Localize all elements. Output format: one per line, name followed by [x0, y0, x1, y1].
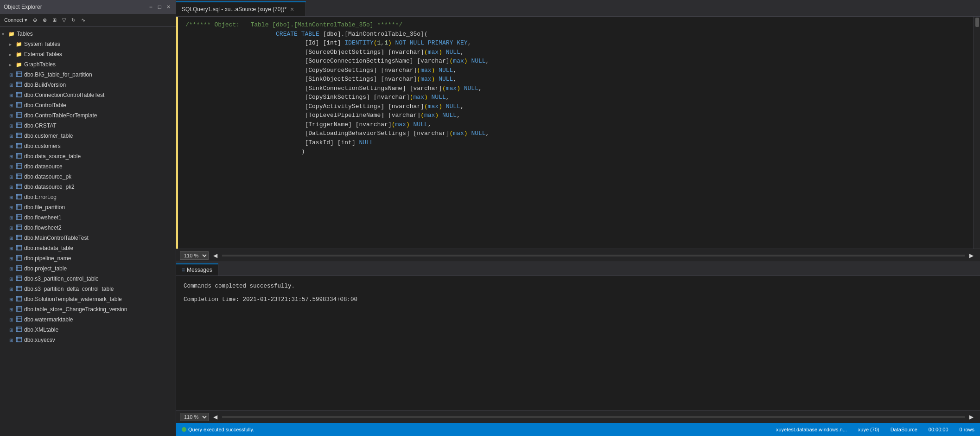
tree-item-23[interactable]: ⊞dbo.project_table	[0, 263, 176, 274]
tree-label-12: dbo.data_source_table	[24, 153, 81, 160]
tree-label-13: dbo.datasource	[24, 163, 63, 170]
tree-item-26[interactable]: ⊞dbo.SolutionTemplate_watermark_table	[0, 294, 176, 304]
oe-connect-btn[interactable]: Connect ▾	[2, 16, 30, 24]
tree-item-3[interactable]: ▸📁GraphTables	[0, 59, 176, 70]
svg-rect-18	[16, 133, 22, 138]
results-hscrollbar[interactable]	[222, 416, 965, 418]
svg-rect-45	[16, 225, 22, 230]
svg-rect-69	[16, 307, 22, 311]
svg-rect-51	[16, 245, 22, 250]
code-line-create: CREATE TABLE [dbo].[MainControlTable_35o…	[185, 30, 966, 39]
tree-label-22: dbo.pipeline_name	[24, 255, 71, 262]
tree-item-30[interactable]: ⊞dbo.xuyecsv	[0, 335, 176, 345]
results-zoom-left-btn[interactable]: ◀	[210, 413, 220, 421]
status-user: xuye (70)	[858, 427, 879, 432]
tree-label-9: dbo.CRSTAT	[24, 122, 57, 129]
svg-rect-75	[16, 327, 22, 332]
scrollbar-thumb[interactable]	[975, 18, 979, 27]
results-content: Commands completed successfully. Complet…	[176, 276, 980, 410]
tab-close-btn[interactable]: ×	[290, 6, 294, 13]
tree-item-22[interactable]: ⊞dbo.pipeline_name	[0, 253, 176, 263]
oe-pin-btn[interactable]: −	[147, 3, 154, 11]
tree-item-21[interactable]: ⊞dbo.metadata_table	[0, 243, 176, 253]
oe-new-btn[interactable]: ⊕	[31, 16, 39, 24]
oe-dock-btn[interactable]: □	[156, 3, 163, 11]
tree-item-27[interactable]: ⊞dbo.table_store_ChangeTracking_version	[0, 304, 176, 314]
tree-item-19[interactable]: ⊞dbo.flowsheet2	[0, 223, 176, 233]
oe-stop-btn[interactable]: ⊞	[50, 16, 59, 24]
object-explorer-title: Object Explorer	[4, 4, 42, 10]
tree-label-29: dbo.XMLtable	[24, 327, 58, 333]
tree-item-28[interactable]: ⊞dbo.watermarktable	[0, 314, 176, 325]
tree-item-29[interactable]: ⊞dbo.XMLtable	[0, 325, 176, 335]
oe-disconnect-btn[interactable]: ⊗	[40, 16, 49, 24]
tree-item-8[interactable]: ⊞dbo.ControlTableForTemplate	[0, 110, 176, 121]
editor-hscrollbar[interactable]	[222, 255, 965, 256]
tree-label-25: dbo.s3_partition_delta_control_table	[24, 286, 114, 292]
editor-zoom-right-btn[interactable]: ▶	[967, 251, 976, 260]
sql-query-tab[interactable]: SQLQuery1.sql - xu...aSource (xuye (70))…	[176, 1, 306, 16]
editor-zoom-bar: 110 % ◀ ▶	[176, 249, 980, 262]
tree-item-14[interactable]: ⊞dbo.datasource_pk	[0, 172, 176, 182]
code-content[interactable]: /****** Object: Table [dbo].[MainControl…	[178, 17, 974, 249]
messages-tab[interactable]: ≡ Messages	[176, 263, 218, 276]
status-right: xuyetest.database.windows.n... xuye (70)…	[776, 427, 974, 432]
tree-item-2[interactable]: ▸📁External Tables	[0, 49, 176, 59]
tree-label-5: dbo.BuildVersion	[24, 82, 66, 88]
status-left: Query executed successfully.	[182, 427, 254, 432]
status-indicator	[182, 427, 186, 432]
tree-label-23: dbo.project_table	[24, 265, 67, 272]
results-zoom-select[interactable]: 110 %	[180, 413, 209, 421]
status-bar: Query executed successfully. xuyetest.da…	[176, 423, 980, 436]
tree-item-18[interactable]: ⊞dbo.flowsheet1	[0, 212, 176, 223]
code-editor[interactable]: /****** Object: Table [dbo].[MainControl…	[176, 17, 980, 249]
editor-zoom-down-btn[interactable]: ◀	[210, 251, 220, 260]
query-status-text: Query executed successfully.	[188, 427, 254, 432]
svg-rect-72	[16, 317, 22, 321]
tree-item-24[interactable]: ⊞dbo.s3_partition_control_table	[0, 274, 176, 284]
code-line-data-loading: [DataLoadingBehaviorSettings] [nvarchar]…	[185, 129, 966, 138]
oe-filter-btn[interactable]: ▽	[60, 16, 68, 24]
results-tabs: ≡ Messages	[176, 262, 980, 276]
tree-label-28: dbo.watermarktable	[24, 316, 73, 323]
tree-label-15: dbo.datasource_pk2	[24, 184, 75, 190]
tree-label-19: dbo.flowsheet2	[24, 224, 62, 231]
tree-item-12[interactable]: ⊞dbo.data_source_table	[0, 151, 176, 161]
results-zoom-right-btn[interactable]: ▶	[967, 413, 976, 421]
tree-item-11[interactable]: ⊞dbo.customers	[0, 141, 176, 151]
tree-label-14: dbo.datasource_pk	[24, 173, 71, 180]
tree-item-0[interactable]: ▾📁Tables	[0, 29, 176, 39]
tree-label-3: GraphTables	[24, 61, 56, 68]
code-line-copy-source: [CopySourceSettings] [nvarchar](max) NUL…	[185, 66, 966, 75]
tree-item-4[interactable]: ⊞dbo.BIG_table_for_partition	[0, 70, 176, 80]
tree-item-10[interactable]: ⊞dbo.customer_table	[0, 131, 176, 141]
oe-summary-btn[interactable]: ∿	[79, 16, 88, 24]
tree-item-25[interactable]: ⊞dbo.s3_partition_delta_control_table	[0, 284, 176, 294]
tree-item-5[interactable]: ⊞dbo.BuildVersion	[0, 80, 176, 90]
oe-refresh-btn[interactable]: ↻	[69, 16, 78, 24]
status-server: xuyetest.database.windows.n...	[776, 427, 847, 432]
tree-item-16[interactable]: ⊞dbo.ErrorLog	[0, 192, 176, 202]
code-line-id: [Id] [int] IDENTITY(1,1) NOT NULL PRIMAR…	[185, 38, 966, 48]
tree-item-13[interactable]: ⊞dbo.datasource	[0, 161, 176, 172]
editor-scrollbar[interactable]	[974, 17, 980, 249]
svg-rect-63	[16, 286, 22, 291]
tree-item-9[interactable]: ⊞dbo.CRSTAT	[0, 121, 176, 131]
tree-label-30: dbo.xuyecsv	[24, 337, 55, 343]
tree-item-6[interactable]: ⊞dbo.ConnectionControlTableTest	[0, 90, 176, 100]
code-line-comment: /****** Object: Table [dbo].[MainControl…	[185, 20, 966, 30]
oe-close-btn[interactable]: ×	[165, 3, 172, 11]
tree-item-20[interactable]: ⊞dbo.MainControlTableTest	[0, 233, 176, 243]
tree-item-15[interactable]: ⊞dbo.datasource_pk2	[0, 182, 176, 192]
editor-zoom-select[interactable]: 110 %	[180, 251, 209, 260]
tree-item-1[interactable]: ▸📁System Tables	[0, 39, 176, 49]
tree-label-21: dbo.metadata_table	[24, 245, 73, 251]
tree-item-17[interactable]: ⊞dbo.file_partition	[0, 202, 176, 212]
svg-rect-36	[16, 194, 22, 199]
tree-label-24: dbo.s3_partition_control_table	[24, 276, 99, 282]
code-line-pipeline: [TopLevelPipelineName] [varchar](max) NU…	[185, 111, 966, 120]
tree-label-10: dbo.customer_table	[24, 133, 73, 139]
tree-item-7[interactable]: ⊞dbo.ControlTable	[0, 100, 176, 110]
tree-label-2: External Tables	[24, 51, 62, 58]
svg-rect-33	[16, 184, 22, 189]
